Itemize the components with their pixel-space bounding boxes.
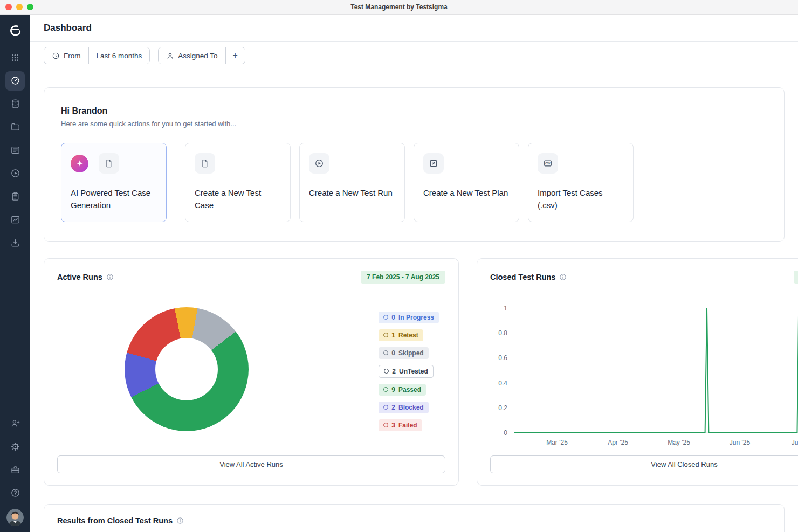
closed-runs-title: Closed Test Runs xyxy=(490,273,567,281)
legend-passed[interactable]: 9Passed xyxy=(379,384,426,396)
action-label: Create a New Test Run xyxy=(309,186,395,199)
svg-text:0.8: 0.8 xyxy=(498,329,507,337)
legend-skipped[interactable]: 0Skipped xyxy=(379,347,428,359)
legend-count: 1 xyxy=(391,331,395,339)
legend-count: 9 xyxy=(391,386,395,393)
action-create-test-run[interactable]: Create a New Test Run xyxy=(299,143,405,222)
sidebar-item-test-cases[interactable] xyxy=(5,141,25,160)
document-icon xyxy=(195,153,215,174)
svg-text:CSV: CSV xyxy=(545,162,550,165)
help-icon[interactable] xyxy=(5,483,25,503)
sidebar-item-test-plans[interactable] xyxy=(5,187,25,206)
add-filter-button[interactable]: + xyxy=(225,47,245,64)
csv-file-icon: CSV xyxy=(538,153,558,174)
from-filter-label: From xyxy=(64,52,81,60)
sidebar xyxy=(0,15,30,532)
results-panel-title-text: Results from Closed Test Runs xyxy=(57,516,173,525)
active-runs-title: Active Runs xyxy=(57,273,114,281)
sidebar-item-projects-folder[interactable] xyxy=(5,118,25,137)
legend-failed[interactable]: 3Failed xyxy=(379,419,422,431)
action-icons xyxy=(71,153,157,174)
active-runs-legend: 0In Progress 1Retest 0Skipped 2UnTested … xyxy=(379,312,439,431)
svg-text:0.4: 0.4 xyxy=(498,379,507,386)
active-runs-title-text: Active Runs xyxy=(57,273,102,281)
legend-blocked[interactable]: 2Blocked xyxy=(379,402,428,413)
svg-text:May '25: May '25 xyxy=(668,439,690,446)
invite-user-icon[interactable] xyxy=(5,414,25,433)
view-all-active-runs-button[interactable]: View All Active Runs xyxy=(57,455,445,473)
action-label: AI Powered Test Case Generation xyxy=(71,186,157,212)
svg-text:Apr '25: Apr '25 xyxy=(608,439,628,446)
titlebar: Test Management by Testsigma xyxy=(0,0,798,15)
active-runs-donut[interactable] xyxy=(125,307,249,431)
toolbox-icon[interactable] xyxy=(5,460,25,480)
clock-icon xyxy=(52,52,60,60)
action-icons xyxy=(195,153,281,174)
view-all-closed-runs-button[interactable]: View All Closed Runs xyxy=(490,455,798,473)
svg-text:Mar '25: Mar '25 xyxy=(546,439,568,446)
sidebar-item-import[interactable] xyxy=(5,233,25,253)
document-icon xyxy=(99,153,119,174)
sidebar-item-test-runs[interactable] xyxy=(5,164,25,183)
dashboard-content: Hi Brandon Here are some quick actions f… xyxy=(30,70,798,532)
svg-text:Jun '25: Jun '25 xyxy=(730,439,751,446)
assigned-to-label: Assigned To xyxy=(178,52,217,60)
active-runs-date-range: 7 Feb 2025 - 7 Aug 2025 xyxy=(361,271,445,284)
closed-runs-title-text: Closed Test Runs xyxy=(490,273,555,281)
app-window: Dashboard From Last 6 months Assigned To… xyxy=(0,15,798,532)
action-create-test-case[interactable]: Create a New Test Case xyxy=(185,143,291,222)
legend-in-progress[interactable]: 0In Progress xyxy=(379,312,439,323)
action-label: Create a New Test Case xyxy=(195,186,281,212)
closed-runs-date-range: 7 Feb 2025 - 7 Aug 2025 xyxy=(794,271,798,284)
legend-dot-icon xyxy=(383,423,388,427)
legend-count: 2 xyxy=(391,404,395,411)
date-range-dropdown[interactable]: Last 6 months xyxy=(88,47,150,64)
active-runs-body: 0In Progress 1Retest 0Skipped 2UnTested … xyxy=(57,306,445,431)
legend-text: Skipped xyxy=(398,349,424,357)
legend-text: Retest xyxy=(398,331,418,339)
legend-text: In Progress xyxy=(398,314,434,321)
legend-retest[interactable]: 1Retest xyxy=(379,329,423,341)
results-panel: Results from Closed Test Runs xyxy=(44,504,785,532)
action-icons xyxy=(309,153,395,174)
svg-text:Jul '25: Jul '25 xyxy=(792,439,798,446)
close-window-button[interactable] xyxy=(5,4,12,10)
charts-row: Active Runs 7 Feb 2025 - 7 Aug 2025 0In … xyxy=(44,258,785,486)
active-runs-panel: Active Runs 7 Feb 2025 - 7 Aug 2025 0In … xyxy=(44,258,459,486)
legend-count: 2 xyxy=(392,368,396,375)
zoom-window-button[interactable] xyxy=(27,4,33,10)
sidebar-item-dashboard[interactable] xyxy=(5,71,25,91)
results-panel-title: Results from Closed Test Runs xyxy=(57,516,771,525)
info-icon[interactable] xyxy=(106,273,114,281)
profile-avatar[interactable] xyxy=(6,509,24,526)
info-icon[interactable] xyxy=(559,273,567,281)
legend-dot-icon xyxy=(383,350,388,355)
from-filter-button[interactable]: From xyxy=(44,47,88,64)
minimize-window-button[interactable] xyxy=(16,4,23,10)
assigned-to-filter-button[interactable]: Assigned To xyxy=(159,47,225,64)
action-import-test-cases[interactable]: CSV Import Test Cases (.csv) xyxy=(528,143,634,222)
action-label: Create a New Test Plan xyxy=(423,186,510,199)
legend-text: UnTested xyxy=(399,368,428,375)
closed-runs-panel: Closed Test Runs 7 Feb 2025 - 7 Aug 2025… xyxy=(477,258,798,486)
sidebar-item-reports[interactable] xyxy=(5,210,25,230)
info-icon[interactable] xyxy=(176,517,184,524)
apps-grid-icon[interactable] xyxy=(5,48,25,67)
testsigma-logo-icon[interactable] xyxy=(4,20,26,42)
legend-untested[interactable]: 2UnTested xyxy=(379,365,433,378)
settings-gear-icon[interactable] xyxy=(5,437,25,457)
greeting-subtitle: Here are some quick actions for you to g… xyxy=(61,120,767,128)
window-controls xyxy=(5,4,33,10)
plan-arrow-icon xyxy=(423,153,444,174)
date-range-value: Last 6 months xyxy=(97,52,142,60)
add-filter-label: + xyxy=(233,51,238,60)
action-create-test-plan[interactable]: Create a New Test Plan xyxy=(414,143,519,222)
legend-text: Failed xyxy=(398,422,417,429)
sidebar-item-test-data[interactable] xyxy=(5,94,25,114)
welcome-card: Hi Brandon Here are some quick actions f… xyxy=(44,87,785,242)
play-circle-icon xyxy=(309,153,329,174)
person-icon xyxy=(166,52,174,60)
action-ai-test-case-generation[interactable]: AI Powered Test Case Generation xyxy=(61,143,167,222)
legend-dot-icon xyxy=(383,405,388,410)
main-area: Dashboard From Last 6 months Assigned To… xyxy=(30,15,798,532)
